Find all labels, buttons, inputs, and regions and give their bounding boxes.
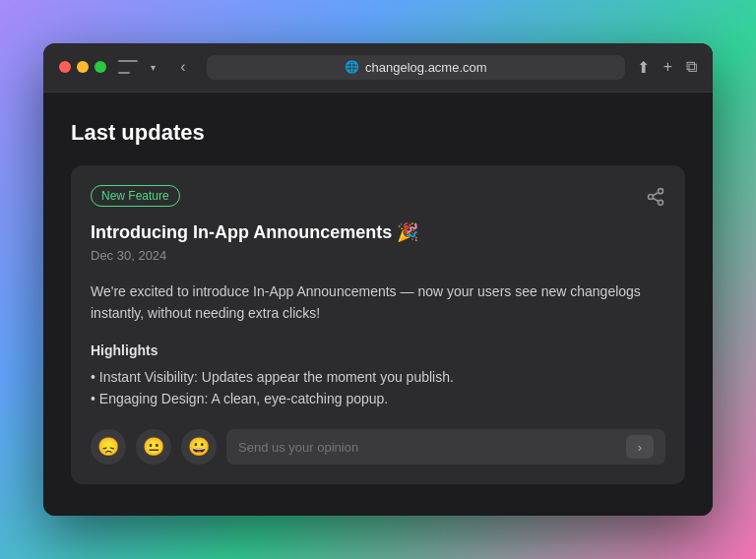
highlight-item-1: Instant Visibility: Updates appear the m… bbox=[91, 366, 665, 388]
opinion-input[interactable] bbox=[238, 440, 626, 455]
traffic-light-yellow[interactable] bbox=[77, 61, 89, 73]
post-body: We're excited to introduce In-App Announ… bbox=[91, 280, 665, 325]
svg-line-3 bbox=[653, 198, 659, 201]
sidebar-toggle-icon[interactable] bbox=[118, 59, 138, 75]
traffic-light-red[interactable] bbox=[59, 61, 71, 73]
tabs-icon[interactable]: ⧉ bbox=[686, 58, 697, 76]
share-card-icon[interactable] bbox=[646, 187, 665, 212]
traffic-light-green[interactable] bbox=[94, 61, 106, 73]
back-button[interactable]: ‹ bbox=[171, 55, 195, 79]
highlights-title: Highlights bbox=[91, 342, 665, 358]
post-date: Dec 30, 2024 bbox=[91, 248, 665, 263]
browser-actions: ⬆ + ⧉ bbox=[637, 58, 697, 77]
emoji-sad-button[interactable]: 😞 bbox=[91, 429, 126, 465]
browser-chrome: ▾ ‹ 🌐 changelog.acme.com ⬆ + ⧉ bbox=[43, 43, 713, 93]
changelog-card: New Feature Introducing In-App Announcem… bbox=[71, 165, 685, 485]
card-header: New Feature bbox=[91, 185, 665, 212]
share-browser-icon[interactable]: ⬆ bbox=[637, 58, 650, 77]
opinion-form: › bbox=[226, 429, 665, 465]
emoji-neutral-button[interactable]: 😐 bbox=[136, 429, 171, 465]
highlights-list: Instant Visibility: Updates appear the m… bbox=[91, 366, 665, 410]
browser-window: ▾ ‹ 🌐 changelog.acme.com ⬆ + ⧉ Last upda… bbox=[43, 43, 713, 517]
browser-controls: ▾ bbox=[118, 59, 159, 75]
card-footer: 😞 😐 😀 › bbox=[91, 429, 665, 465]
svg-line-4 bbox=[653, 192, 659, 195]
post-title: Introducing In-App Announcements 🎉 bbox=[91, 221, 665, 244]
browser-content: Last updates New Feature Introducing In-… bbox=[43, 93, 713, 517]
traffic-lights bbox=[59, 61, 106, 73]
globe-icon: 🌐 bbox=[345, 60, 359, 74]
chevron-down-icon[interactable]: ▾ bbox=[146, 60, 159, 74]
address-text: changelog.acme.com bbox=[365, 60, 487, 75]
address-bar[interactable]: 🌐 changelog.acme.com bbox=[207, 55, 625, 80]
new-tab-icon[interactable]: + bbox=[663, 58, 672, 76]
highlight-item-2: Engaging Design: A clean, eye-catching p… bbox=[91, 388, 665, 409]
page-title: Last updates bbox=[71, 120, 685, 146]
feature-badge: New Feature bbox=[91, 185, 180, 207]
emoji-happy-button[interactable]: 😀 bbox=[181, 429, 217, 465]
send-button[interactable]: › bbox=[626, 435, 654, 459]
